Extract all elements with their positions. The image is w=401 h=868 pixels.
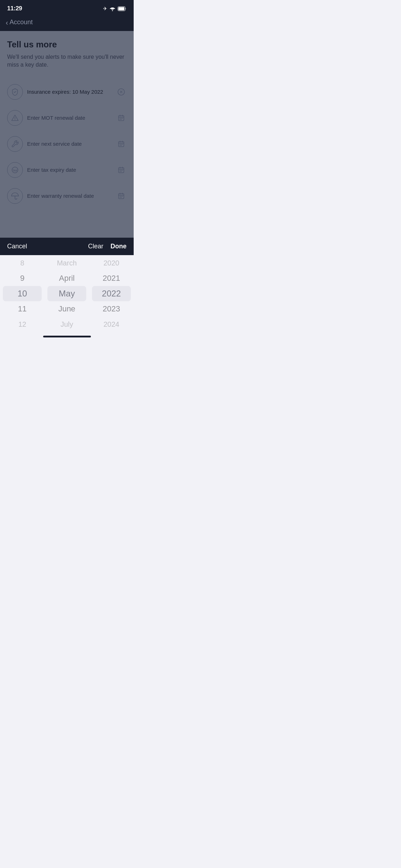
status-icons: ✈	[103, 6, 127, 11]
picker-wheel[interactable]: 8 9 10 11 12 March April May June July 2…	[0, 255, 134, 332]
insurance-icon	[7, 84, 23, 100]
home-bar	[43, 336, 91, 337]
mot-calendar-button[interactable]	[116, 113, 127, 123]
page-title: Tell us more	[7, 40, 127, 50]
calendar-icon	[118, 114, 125, 122]
month-item-july[interactable]: July	[45, 317, 89, 332]
umbrella-icon	[11, 192, 19, 200]
warranty-icon-circle	[7, 188, 23, 204]
month-item-june[interactable]: June	[45, 301, 89, 317]
tax-icon: TAX	[11, 166, 19, 174]
svg-rect-1	[118, 7, 124, 10]
service-row[interactable]: Enter next service date	[7, 131, 127, 157]
shield-icon	[11, 88, 19, 96]
home-indicator-area	[0, 332, 134, 340]
tax-icon-circle: TAX	[7, 162, 23, 178]
day-item-11[interactable]: 11	[0, 301, 45, 317]
svg-text:TAX: TAX	[13, 169, 17, 171]
cancel-button[interactable]: Cancel	[7, 243, 27, 250]
service-calendar-button[interactable]	[116, 139, 127, 149]
day-item-9[interactable]: 9	[0, 271, 45, 286]
page-subtitle: We'll send you alerts to make sure you'l…	[7, 53, 127, 69]
day-item-8[interactable]: 8	[0, 255, 45, 271]
day-item-10[interactable]: 10	[0, 286, 45, 301]
warranty-placeholder: Enter warranty renewal date	[27, 193, 112, 199]
clear-button[interactable]: Clear	[88, 243, 103, 250]
day-item-12[interactable]: 12	[0, 317, 45, 332]
date-picker[interactable]: 8 9 10 11 12 March April May June July 2…	[0, 255, 134, 332]
year-item-2020[interactable]: 2020	[89, 255, 134, 271]
mot-placeholder: Enter MOT renewal date	[27, 115, 112, 121]
insurance-clear-button[interactable]	[116, 87, 127, 97]
insurance-value: Insurance expires: 10 May 2022	[27, 89, 112, 95]
battery-icon	[118, 6, 127, 11]
status-bar: 11:29 ✈	[0, 0, 134, 16]
mot-icon-circle	[7, 110, 23, 126]
tax-calendar-button[interactable]	[116, 165, 127, 175]
close-circle-icon	[117, 88, 125, 96]
year-column[interactable]: 2020 2021 2022 2023 2024	[89, 255, 134, 332]
triangle-warning-icon	[11, 114, 19, 122]
back-chevron-icon: ‹	[6, 19, 8, 26]
tax-placeholder: Enter tax expiry date	[27, 167, 112, 173]
back-button[interactable]: ‹ Account	[6, 19, 33, 26]
status-time: 11:29	[7, 5, 22, 12]
calendar-icon-3	[118, 166, 125, 174]
warranty-row[interactable]: Enter warranty renewal date	[7, 183, 127, 209]
back-label: Account	[10, 19, 33, 26]
warranty-calendar-button[interactable]	[116, 191, 127, 201]
year-item-2024[interactable]: 2024	[89, 317, 134, 332]
picker-toolbar: Cancel Clear Done	[0, 238, 134, 255]
year-item-2021[interactable]: 2021	[89, 271, 134, 286]
service-icon-circle	[7, 136, 23, 152]
month-column[interactable]: March April May June July	[45, 255, 89, 332]
year-item-2023[interactable]: 2023	[89, 301, 134, 317]
insurance-row[interactable]: Insurance expires: 10 May 2022	[7, 79, 127, 105]
month-item-march[interactable]: March	[45, 255, 89, 271]
nav-bar: ‹ Account	[0, 16, 134, 31]
airplane-icon: ✈	[103, 6, 107, 11]
mot-row[interactable]: Enter MOT renewal date	[7, 105, 127, 131]
day-column[interactable]: 8 9 10 11 12	[0, 255, 45, 332]
main-content: Tell us more We'll send you alerts to ma…	[0, 31, 134, 238]
calendar-icon-2	[118, 140, 125, 148]
toolbar-actions: Clear Done	[88, 243, 127, 250]
month-item-april[interactable]: April	[45, 271, 89, 286]
done-button[interactable]: Done	[110, 243, 127, 250]
service-placeholder: Enter next service date	[27, 141, 112, 147]
wifi-icon	[109, 6, 115, 11]
calendar-icon-4	[118, 192, 125, 200]
month-item-may[interactable]: May	[45, 286, 89, 301]
tax-row[interactable]: TAX Enter tax expiry date	[7, 157, 127, 183]
year-item-2022[interactable]: 2022	[89, 286, 134, 301]
wrench-icon	[11, 140, 19, 148]
